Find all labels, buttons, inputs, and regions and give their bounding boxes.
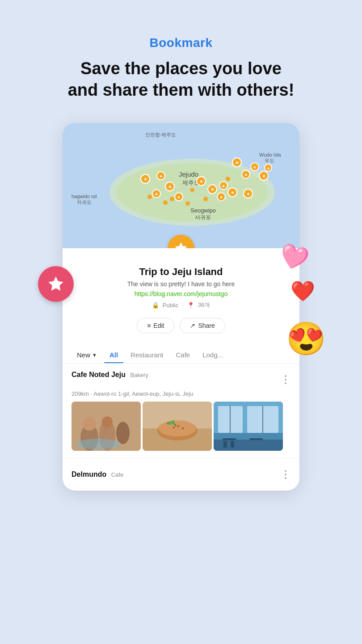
svg-point-44: [226, 177, 230, 181]
svg-text:★: ★: [199, 179, 203, 184]
place-photos: [72, 402, 290, 451]
svg-point-49: [163, 200, 168, 205]
svg-point-63: [173, 427, 175, 428]
svg-text:★: ★: [177, 195, 181, 199]
svg-text:차귀도: 차귀도: [77, 199, 92, 205]
svg-text:우도: 우도: [265, 158, 274, 163]
svg-text:★: ★: [155, 192, 158, 196]
more-options-button-2[interactable]: [281, 466, 290, 483]
svg-point-55: [83, 417, 96, 431]
place-item: Cafe Noted Jeju Bakery 209km · Aewol-ro …: [63, 364, 299, 458]
svg-text:★: ★: [267, 166, 270, 170]
place-photo-1: [72, 402, 141, 451]
svg-point-54: [116, 422, 130, 444]
trip-link[interactable]: https://blog.naver.com/jejumustgo: [73, 290, 289, 297]
svg-text:Wudo Isla: Wudo Isla: [259, 152, 282, 157]
share-icon: ↗: [190, 322, 195, 329]
edit-icon: ≡: [147, 322, 151, 329]
place-photo-2: [143, 402, 212, 451]
svg-point-50: [147, 195, 152, 199]
more-options-button[interactable]: [281, 371, 290, 389]
svg-point-47: [170, 197, 174, 201]
svg-rect-75: [223, 441, 227, 448]
trip-title: Trip to Jeju Island: [73, 266, 289, 278]
svg-text:★: ★: [219, 195, 223, 199]
filter-tabs: New ▼ All Restaurant Cafe Lodg...: [63, 342, 299, 364]
svg-text:★: ★: [143, 177, 147, 182]
lock-icon: 🔒: [152, 302, 159, 309]
tab-new[interactable]: New ▼: [72, 348, 102, 363]
tab-cafe[interactable]: Cafe: [170, 348, 195, 363]
svg-rect-73: [223, 438, 236, 440]
map-area: 인천항·제주도 Jejudo 제주도 Wudo Isla 우도 hagwido …: [63, 123, 299, 248]
svg-text:★: ★: [222, 184, 225, 188]
svg-text:hagwido nd: hagwido nd: [72, 194, 97, 199]
svg-point-48: [185, 201, 190, 206]
svg-text:★: ★: [246, 191, 250, 196]
svg-text:인천항·제주도: 인천항·제주도: [145, 132, 176, 137]
chevron-down-icon: ▼: [92, 352, 97, 358]
pin-icon: 📍: [187, 302, 194, 309]
svg-text:★: ★: [168, 184, 172, 189]
share-button[interactable]: ↗ Share: [180, 318, 225, 333]
place-address: 209km · Aewol-ro 1-gil, Aewol-eup, Jeju-…: [72, 390, 290, 397]
svg-rect-76: [231, 441, 234, 448]
trip-description: The view is so pretty! I have to go here: [73, 280, 289, 288]
deco-heart-red: ❤️: [290, 280, 315, 303]
place-name-2: Delmundo: [72, 470, 106, 478]
place-category-2: Cafe: [111, 471, 123, 478]
svg-point-65: [182, 428, 184, 429]
svg-point-64: [177, 425, 179, 427]
svg-text:★: ★: [244, 173, 248, 177]
svg-text:Jejudo: Jejudo: [179, 170, 198, 178]
svg-text:★: ★: [159, 174, 163, 178]
svg-text:★: ★: [253, 165, 257, 169]
headline: Save the places you love and share them …: [50, 58, 312, 101]
trip-meta: 🔒 Public · 📍 36개: [73, 301, 289, 309]
place-item-2: Delmundo Cafe: [63, 458, 299, 491]
tab-restaurant[interactable]: Restaurant: [125, 348, 168, 363]
svg-text:★: ★: [231, 190, 235, 195]
svg-text:서귀포: 서귀포: [195, 214, 211, 220]
place-photo-3: [214, 402, 283, 451]
action-buttons: ≡ Edit ↗ Share: [73, 318, 289, 333]
feature-label: Bookmark: [150, 36, 213, 50]
svg-text:Seogwipo: Seogwipo: [190, 207, 216, 214]
tab-lodging[interactable]: Lodg...: [197, 348, 228, 363]
svg-text:★: ★: [262, 174, 266, 178]
svg-point-46: [203, 197, 208, 201]
tab-all[interactable]: All: [104, 348, 123, 363]
phone-card-wrapper: 🩷 ❤️ 😍 인천항·제주도 Jejudo 제주도 Wudo Isla 우도 h…: [63, 123, 299, 491]
svg-point-57: [76, 439, 121, 449]
svg-rect-74: [249, 438, 263, 440]
deco-star-badge: [38, 266, 74, 302]
deco-emoji-face: 😍: [286, 320, 326, 358]
place-count: 36개: [198, 301, 210, 309]
card-body: Trip to Jeju Island The view is so prett…: [63, 248, 299, 333]
place-list: Cafe Noted Jeju Bakery 209km · Aewol-ro …: [63, 364, 299, 491]
svg-point-61: [159, 420, 196, 436]
edit-button[interactable]: ≡ Edit: [137, 318, 174, 333]
place-category: Bakery: [130, 372, 148, 378]
phone-card: 인천항·제주도 Jejudo 제주도 Wudo Isla 우도 hagwido …: [63, 123, 299, 491]
svg-text:★: ★: [235, 160, 239, 165]
svg-point-56: [102, 416, 113, 427]
visibility-label: Public: [163, 302, 178, 309]
place-name: Cafe Noted Jeju: [72, 371, 126, 378]
